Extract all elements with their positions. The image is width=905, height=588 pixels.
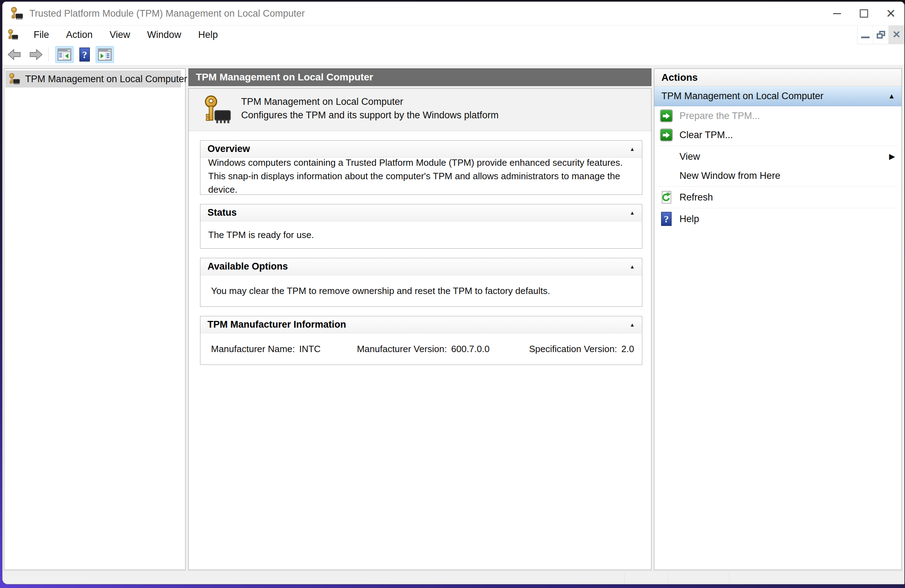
section-title: Overview [208, 143, 250, 154]
menu-view[interactable]: View [101, 25, 139, 44]
field-label: Manufacturer Name: [211, 343, 295, 354]
action-clear-tpm[interactable]: Clear TPM... [654, 126, 902, 145]
section-overview: Overview ▲ Windows computers containing … [200, 140, 642, 195]
back-button[interactable] [5, 46, 24, 63]
section-manufacturer-info-content: Manufacturer Name:INTC Manufacturer Vers… [200, 333, 642, 364]
field-value: 2.0 [621, 343, 634, 354]
maximize-icon [860, 9, 868, 18]
main-area: TPM Management on Local Computer TPM Man… [3, 65, 904, 571]
statusbar-separator [729, 572, 729, 583]
collapse-icon[interactable]: ▲ [888, 92, 895, 100]
forward-icon [28, 48, 44, 62]
section-status-header[interactable]: Status ▲ [200, 204, 642, 221]
console-tree-pane: TPM Management on Local Computer [4, 68, 186, 570]
action-label: Clear TPM... [680, 130, 733, 141]
section-available-options: Available Options ▲ You may clear the TP… [200, 258, 642, 307]
menu-window[interactable]: Window [139, 25, 190, 44]
console-close-button[interactable]: ✕ [889, 25, 904, 44]
show-action-pane-icon [98, 48, 112, 61]
collapse-icon[interactable]: ▲ [630, 146, 635, 152]
statusbar-separator [668, 572, 668, 583]
back-icon [7, 48, 22, 62]
specification-version-field: Specification Version:2.0 [529, 342, 634, 356]
console-minimize-button[interactable] [857, 25, 873, 44]
show-console-tree-icon [57, 48, 71, 61]
maximize-button[interactable] [851, 2, 877, 25]
action-label: Help [680, 214, 699, 224]
action-prepare-tpm[interactable]: Prepare the TPM... [654, 106, 902, 126]
actions-separator [658, 208, 898, 208]
actions-separator [658, 146, 898, 146]
action-label: New Window from Here [680, 170, 780, 181]
help-toolbar-button[interactable] [76, 46, 93, 63]
description-title: TPM Management on Local Computer [241, 96, 403, 107]
minimize-button[interactable] [824, 2, 851, 25]
collapse-icon[interactable]: ▲ [630, 210, 635, 216]
minimize-icon [861, 37, 870, 38]
status-text: The TPM is ready for use. [208, 228, 314, 242]
help-icon [78, 48, 92, 62]
show-action-pane-button[interactable] [95, 46, 114, 63]
tree-item-tpm-management[interactable]: TPM Management on Local Computer [5, 70, 181, 87]
options-text: You may clear the TPM to remove ownershi… [208, 284, 550, 297]
statusbar-separator [624, 572, 625, 583]
manufacturer-name-field: Manufacturer Name:INTC [211, 342, 357, 356]
title-bar: Trusted Platform Module (TPM) Management… [3, 2, 904, 25]
menu-bar: File Action View Window Help ✕ [3, 25, 904, 44]
status-bar [3, 571, 904, 584]
toolbar [3, 44, 904, 65]
close-button[interactable]: ✕ [877, 2, 904, 25]
minimize-icon [833, 13, 841, 14]
action-label: View [680, 151, 700, 162]
show-console-tree-button[interactable] [55, 46, 74, 63]
refresh-icon [659, 190, 673, 204]
tree-item-label: TPM Management on Local Computer [25, 74, 187, 85]
center-pane-header: TPM Management on Local Computer [188, 68, 651, 86]
tpm-app-icon-small [8, 29, 19, 40]
action-label: Refresh [680, 192, 713, 203]
field-value: INTC [299, 343, 321, 354]
section-overview-header[interactable]: Overview ▲ [200, 141, 642, 157]
action-refresh[interactable]: Refresh [654, 188, 902, 207]
help-icon [659, 212, 673, 226]
section-manufacturer-info: TPM Manufacturer Information ▲ Manufactu… [200, 316, 642, 365]
description-band: TPM Management on Local Computer Configu… [189, 89, 651, 131]
window-title: Trusted Platform Module (TPM) Management… [29, 8, 305, 19]
action-new-window[interactable]: New Window from Here [654, 166, 902, 185]
section-overview-content: Windows computers containing a Trusted P… [200, 157, 642, 194]
section-status: Status ▲ The TPM is ready for use. [200, 204, 642, 249]
section-title: Available Options [208, 261, 288, 272]
console-restore-button[interactable] [873, 25, 889, 44]
green-arrow-icon [659, 109, 673, 123]
actions-group-label: TPM Management on Local Computer [661, 91, 824, 102]
submenu-arrow-icon: ▶ [889, 152, 895, 161]
collapse-icon[interactable]: ▲ [630, 322, 635, 327]
actions-pane: Actions TPM Management on Local Computer… [654, 68, 902, 570]
action-help[interactable]: Help [654, 209, 902, 229]
section-manufacturer-info-header[interactable]: TPM Manufacturer Information ▲ [200, 316, 642, 333]
overview-text: Windows computers containing a Trusted P… [208, 156, 634, 196]
actions-separator [658, 186, 898, 187]
section-available-options-content: You may clear the TPM to remove ownershi… [200, 275, 642, 307]
actions-group-header[interactable]: TPM Management on Local Computer ▲ [654, 86, 902, 106]
tpm-app-icon [10, 7, 24, 20]
field-label: Manufacturer Version: [357, 343, 447, 354]
actions-pane-title: Actions [654, 69, 902, 86]
field-label: Specification Version: [529, 343, 617, 354]
forward-button[interactable] [27, 46, 45, 63]
menu-file[interactable]: File [25, 25, 58, 44]
restore-icon [877, 31, 885, 39]
section-title: TPM Manufacturer Information [208, 319, 346, 330]
collapse-icon[interactable]: ▲ [630, 264, 635, 270]
menu-action[interactable]: Action [58, 25, 101, 44]
field-value: 600.7.0.0 [451, 343, 489, 354]
center-pane: TPM Management on Local Computer TPM Man… [188, 68, 651, 570]
menu-help[interactable]: Help [190, 25, 227, 44]
action-label: Prepare the TPM... [680, 111, 760, 121]
section-available-options-header[interactable]: Available Options ▲ [200, 258, 642, 275]
action-view[interactable]: View ▶ [654, 147, 902, 166]
center-pane-body: TPM Management on Local Computer Configu… [188, 88, 651, 570]
close-icon: ✕ [892, 30, 900, 40]
description-subtitle: Configures the TPM and its support by th… [241, 110, 499, 121]
manufacturer-version-field: Manufacturer Version:600.7.0.0 [357, 342, 529, 356]
